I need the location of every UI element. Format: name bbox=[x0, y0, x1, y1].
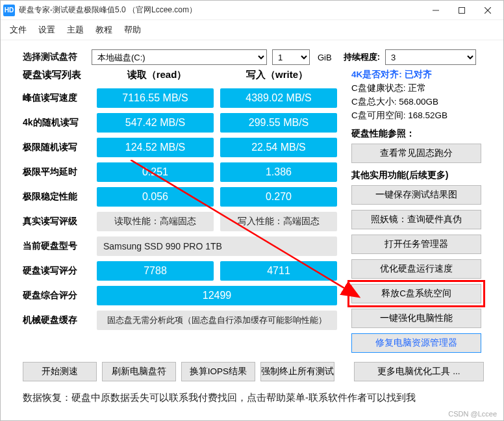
watermark: CSDN @Lccee bbox=[448, 410, 497, 418]
stable-write: 0.270 bbox=[220, 187, 337, 207]
cache-label: 机械硬盘缓存 bbox=[23, 308, 94, 333]
tool-optimize-disk[interactable]: 优化硬盘运行速度 bbox=[351, 259, 481, 279]
menu-bar: 文件 设置 主题 教程 帮助 bbox=[1, 20, 503, 40]
maximize-button[interactable] bbox=[449, 1, 475, 19]
total-score: 12499 bbox=[97, 286, 337, 305]
align-label: 4K是否对齐: bbox=[351, 70, 402, 79]
menu-theme[interactable]: 主题 bbox=[67, 24, 84, 36]
peak-write: 4389.02 MB/S bbox=[220, 88, 337, 108]
tool-free-c-space[interactable]: 释放C盘系统空间 bbox=[351, 284, 481, 303]
footer-text: 数据恢复：硬盘中原数据丢失可以联系我付费找回，点击帮助菜单-联系软件作者可以找到… bbox=[1, 389, 503, 404]
tool-task-manager[interactable]: 打开任务管理器 bbox=[351, 235, 481, 254]
peak-read: 7116.55 MB/S bbox=[97, 88, 214, 108]
grade-read: 读取性能：高端固态 bbox=[97, 212, 214, 231]
grade-write: 写入性能：高端固态 bbox=[220, 212, 337, 231]
metric-label-1: 4k的随机读写 bbox=[23, 110, 94, 135]
convert-iops-button[interactable]: 换算IOPS结果 bbox=[181, 362, 255, 381]
size-select[interactable]: 1 bbox=[272, 49, 310, 65]
metric-label-0: 峰值读写速度 bbox=[23, 86, 94, 110]
close-button[interactable] bbox=[475, 1, 501, 19]
list-header-label: 硬盘读写列表 bbox=[23, 69, 94, 86]
cache-value: 固态盘无需分析此项（固态盘自行添加缓存可能影响性能） bbox=[97, 311, 337, 330]
menu-tutorial[interactable]: 教程 bbox=[95, 24, 112, 36]
menu-help[interactable]: 帮助 bbox=[124, 24, 141, 36]
health-info: C盘健康状态: 正常 bbox=[351, 83, 481, 94]
tool-boost-pc[interactable]: 一键强化电脑性能 bbox=[351, 309, 481, 328]
align-value: 已对齐 bbox=[405, 70, 432, 79]
tool-hardware-check[interactable]: 照妖镜：查询硬件真伪 bbox=[351, 210, 481, 229]
menu-file[interactable]: 文件 bbox=[10, 24, 27, 36]
free-space-info: C盘可用空间: 168.52GB bbox=[351, 110, 481, 121]
score-write: 4711 bbox=[220, 261, 337, 281]
write-header: 写入（write） bbox=[217, 69, 337, 86]
force-stop-button[interactable]: 强制终止所有测试 bbox=[260, 362, 334, 381]
4k-read: 547.42 MB/S bbox=[97, 113, 214, 133]
metric-label-3: 极限平均延时 bbox=[23, 160, 94, 185]
latency-read: 0.251 bbox=[97, 162, 214, 182]
more-tools-button[interactable]: 更多电脑优化工具 ... bbox=[354, 362, 484, 381]
metric-label-5: 真实读写评级 bbox=[23, 209, 94, 234]
total-label: 硬盘综合评分 bbox=[23, 283, 94, 308]
model-label: 当前硬盘型号 bbox=[23, 234, 94, 259]
tools-title: 其他实用功能(后续更多) bbox=[351, 170, 481, 181]
rand-read: 124.52 MB/S bbox=[97, 138, 214, 157]
disk-select[interactable]: 本地磁盘(C:) bbox=[92, 49, 267, 65]
metric-label-2: 极限随机读写 bbox=[23, 135, 94, 160]
start-test-button[interactable]: 开始测速 bbox=[23, 362, 97, 381]
perf-ref-title: 硬盘性能参照： bbox=[351, 128, 481, 140]
minimize-button[interactable] bbox=[423, 1, 449, 19]
duration-label: 持续程度: bbox=[344, 51, 380, 63]
svg-rect-1 bbox=[459, 7, 465, 13]
4k-write: 299.55 MB/S bbox=[220, 113, 337, 133]
duration-select[interactable]: 3 bbox=[385, 49, 476, 65]
tool-save-result[interactable]: 一键保存测试结果图 bbox=[351, 185, 481, 205]
latency-write: 1.386 bbox=[220, 162, 337, 182]
read-header: 读取（read） bbox=[97, 69, 217, 86]
size-unit: GiB bbox=[318, 53, 332, 62]
model-value: Samsung SSD 990 PRO 1TB bbox=[97, 236, 337, 256]
metric-label-4: 极限稳定性能 bbox=[23, 185, 94, 209]
tool-fix-explorer[interactable]: 修复电脑资源管理器 bbox=[351, 333, 481, 353]
stable-read: 0.056 bbox=[97, 187, 214, 207]
title-bar: HD 硬盘专家-测试硬盘极限峰值5.0 （官网Lccee.com） bbox=[1, 1, 503, 20]
perf-ref-button[interactable]: 查看常见固态跑分 bbox=[351, 144, 481, 163]
score-label: 硬盘读写评分 bbox=[23, 259, 94, 283]
app-icon: HD bbox=[3, 5, 15, 16]
refresh-disks-button[interactable]: 刷新电脑盘符 bbox=[102, 362, 176, 381]
rand-write: 22.54 MB/S bbox=[220, 138, 337, 157]
window-title: 硬盘专家-测试硬盘极限峰值5.0 （官网Lccee.com） bbox=[19, 5, 423, 16]
total-size-info: C盘总大小: 568.00GB bbox=[351, 96, 481, 108]
disk-select-label: 选择测试盘符 bbox=[23, 51, 86, 63]
score-read: 7788 bbox=[97, 261, 214, 281]
menu-settings[interactable]: 设置 bbox=[38, 24, 55, 36]
